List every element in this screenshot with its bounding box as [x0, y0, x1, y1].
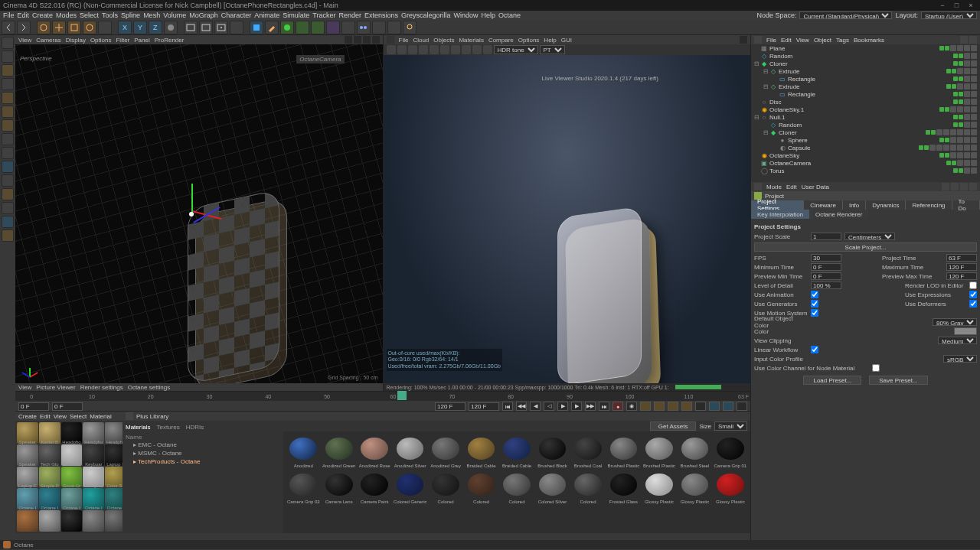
prevmax-input[interactable] [946, 272, 977, 280]
asset-thumbnail[interactable]: Colored [500, 470, 534, 503]
tab-materials[interactable]: Materials [126, 424, 150, 431]
menu-item[interactable]: Greyscalegorilla [401, 11, 451, 19]
asset-thumbnail[interactable]: Anodized Green [322, 434, 355, 468]
material-ball[interactable]: Octane I [83, 488, 104, 509]
frame-end[interactable] [435, 402, 466, 411]
frame-preview-end[interactable] [469, 402, 499, 411]
asset-thumbnail[interactable]: Braided Cable [500, 434, 534, 468]
object-row[interactable]: ⊟○Null.1 [751, 113, 980, 121]
point-mode[interactable] [2, 92, 14, 104]
viewport-camera[interactable]: OctaneCamera [296, 55, 344, 63]
material-ball[interactable]: Octane I [39, 488, 60, 509]
tab-project-settings[interactable]: Project Settings [751, 200, 804, 210]
object-row[interactable]: ⊟◆Cloner [751, 60, 980, 67]
tab-textures[interactable]: Textures [156, 424, 179, 431]
asset-thumbnail[interactable]: Glossy Plastic [642, 470, 676, 503]
asset-thumbnail[interactable]: Brushed Plastic [606, 434, 640, 468]
next-frame[interactable]: ▶ [571, 402, 582, 411]
lv-clay-icon[interactable] [451, 45, 460, 54]
object-row[interactable]: ⊟◇Extrude [751, 67, 980, 75]
lv-picker-icon[interactable] [472, 45, 482, 54]
menu-item[interactable]: MoGraph [189, 11, 218, 19]
lv-ctrl-icon[interactable] [740, 36, 747, 44]
menu-item[interactable]: Modes [56, 11, 77, 19]
lv-region-icon[interactable] [462, 45, 471, 54]
layout-select[interactable]: Startup (User) [921, 11, 977, 19]
render-canvas[interactable]: Live Viewer Studio 2020.1.4 (217 days le… [384, 55, 751, 383]
asset-thumbnail[interactable]: Colored [429, 470, 462, 503]
key-pos[interactable] [640, 402, 651, 411]
menu-item[interactable]: Help [482, 11, 496, 19]
material-ball[interactable]: Crazy Gl [83, 467, 104, 488]
lv-focus-icon[interactable] [483, 45, 492, 54]
frame-start[interactable] [18, 402, 49, 411]
object-row[interactable]: ◇Random [751, 121, 980, 129]
mat-menu-view[interactable]: View [54, 413, 67, 420]
material-ball[interactable]: Color Sh [105, 467, 122, 488]
menu-item[interactable]: Octane [498, 11, 521, 19]
lv-play-icon[interactable] [387, 45, 396, 54]
move-tool[interactable] [52, 21, 66, 34]
key-scale[interactable] [654, 402, 665, 411]
material-ball[interactable]: Headpho [83, 422, 104, 444]
texture-mode[interactable] [2, 64, 14, 76]
menu-item[interactable]: Volume [163, 11, 186, 19]
vp-nav-icon[interactable] [345, 36, 352, 44]
vp-menu-filter[interactable]: Filter [116, 37, 129, 44]
material-ball[interactable]: Octane I [61, 488, 83, 509]
autokey[interactable]: ◉ [626, 402, 637, 411]
subdiv-generator[interactable] [280, 21, 294, 34]
asset-thumbnail[interactable]: Camera Lens [322, 470, 355, 503]
mat-menu-material[interactable]: Material [90, 413, 111, 420]
pen-tool[interactable] [265, 21, 279, 34]
mintime-input[interactable] [811, 263, 841, 271]
mat-menu-create[interactable]: Create [18, 413, 37, 420]
y-lock[interactable]: Y [133, 21, 147, 34]
om-edit[interactable]: Edit [781, 37, 792, 44]
gen-check[interactable] [811, 300, 818, 308]
lv-pause-icon[interactable] [397, 45, 407, 54]
om-search-icon[interactable] [960, 36, 968, 44]
render-picture[interactable] [199, 21, 213, 34]
menu-item[interactable]: Mesh [143, 11, 160, 19]
field-icon[interactable] [341, 21, 355, 34]
menu-item[interactable]: Tools [102, 11, 118, 19]
lv-menu-file[interactable]: File [399, 37, 409, 44]
hdr-tone-select[interactable]: HDR tone [494, 45, 538, 54]
asset-thumbnail[interactable]: Frosted Glass [606, 470, 640, 503]
menu-item[interactable]: Animate [254, 11, 279, 19]
material-ball[interactable]: Laptop F [17, 467, 38, 488]
tab-hdris[interactable]: HDRIs [186, 424, 204, 431]
timeline-ruler[interactable]: 0102030405060708090100110 63 F [15, 392, 750, 401]
scale-tool[interactable] [67, 21, 81, 34]
object-row[interactable]: ▦Plane [751, 44, 980, 52]
motion-check[interactable] [811, 309, 818, 317]
asset-thumbnail[interactable]: Anodized Grey [429, 434, 462, 468]
object-row[interactable]: ▭Rectangle [751, 75, 980, 83]
asset-thumbnail[interactable]: Anodized Rose [358, 434, 391, 468]
asset-thumbnail[interactable]: Brushed Black [535, 434, 569, 468]
material-ball[interactable]: Transluci [61, 444, 83, 466]
tree-item[interactable]: ▸ EMC - Octane [126, 441, 280, 449]
menu-item[interactable]: Extensions [364, 11, 398, 19]
goto-start[interactable]: ⏮ [502, 402, 513, 411]
select-tool[interactable] [37, 21, 51, 34]
object-row[interactable]: ○Disc [751, 98, 980, 106]
objcolor-select[interactable]: 80% Gray [933, 318, 977, 326]
asset-thumbnail[interactable]: Glossy Plastic [678, 470, 711, 503]
rotate-tool[interactable] [83, 21, 96, 34]
menu-item[interactable]: Spline [121, 11, 140, 19]
nodespace-select[interactable]: Current (Standard/Physical) [799, 11, 892, 19]
coord-system[interactable] [164, 21, 178, 34]
subtab-keyinterp[interactable]: Key Interpolation [751, 210, 809, 219]
object-row[interactable]: ⊟◇Extrude [751, 83, 980, 90]
am-nav-icon[interactable] [960, 183, 968, 190]
asset-thumbnail[interactable]: Glossy Plastic [714, 470, 747, 503]
vp-menu-panel[interactable]: Panel [134, 37, 149, 44]
material-ball[interactable] [17, 510, 38, 532]
viewport-canvas[interactable]: Perspective OctaneCamera [15, 44, 383, 383]
object-row[interactable]: ▭Rectangle [751, 90, 980, 98]
object-row[interactable]: ◉OctaneSky.1 [751, 106, 980, 113]
scene-icon[interactable] [357, 21, 371, 34]
am-nav-icon[interactable] [951, 183, 959, 190]
